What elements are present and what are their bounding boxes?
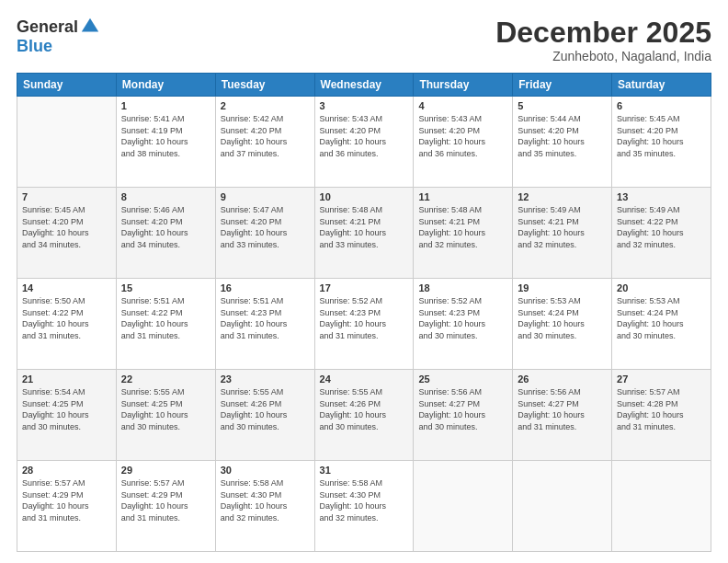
logo-icon [80, 17, 100, 37]
calendar-cell: 17Sunrise: 5:52 AM Sunset: 4:23 PM Dayli… [314, 279, 414, 370]
day-number: 11 [418, 191, 507, 202]
day-number: 26 [518, 373, 607, 385]
calendar-cell [414, 461, 513, 552]
day-info: Sunrise: 5:51 AM Sunset: 4:23 PM Dayligh… [221, 295, 310, 341]
calendar-cell: 15Sunrise: 5:51 AM Sunset: 4:22 PM Dayli… [116, 279, 215, 370]
day-info: Sunrise: 5:54 AM Sunset: 4:25 PM Dayligh… [22, 386, 111, 432]
day-info: Sunrise: 5:46 AM Sunset: 4:20 PM Dayligh… [121, 204, 210, 250]
col-saturday: Saturday [612, 74, 711, 97]
calendar-cell: 25Sunrise: 5:56 AM Sunset: 4:27 PM Dayli… [414, 370, 513, 461]
day-info: Sunrise: 5:53 AM Sunset: 4:24 PM Dayligh… [617, 295, 706, 341]
calendar-cell: 4Sunrise: 5:43 AM Sunset: 4:20 PM Daylig… [414, 97, 513, 188]
day-number: 30 [221, 465, 310, 476]
day-number: 5 [518, 100, 607, 111]
day-number: 9 [221, 191, 310, 202]
day-info: Sunrise: 5:57 AM Sunset: 4:29 PM Dayligh… [121, 477, 210, 523]
day-number: 15 [121, 282, 210, 293]
day-info: Sunrise: 5:43 AM Sunset: 4:20 PM Dayligh… [418, 113, 507, 159]
day-number: 20 [617, 282, 706, 293]
day-info: Sunrise: 5:58 AM Sunset: 4:30 PM Dayligh… [221, 477, 310, 523]
day-info: Sunrise: 5:45 AM Sunset: 4:20 PM Dayligh… [617, 113, 706, 159]
calendar-cell: 6Sunrise: 5:45 AM Sunset: 4:20 PM Daylig… [612, 97, 711, 188]
day-info: Sunrise: 5:55 AM Sunset: 4:26 PM Dayligh… [320, 386, 409, 432]
calendar-cell: 18Sunrise: 5:52 AM Sunset: 4:23 PM Dayli… [414, 279, 513, 370]
col-tuesday: Tuesday [215, 74, 314, 97]
calendar-cell: 26Sunrise: 5:56 AM Sunset: 4:27 PM Dayli… [513, 370, 612, 461]
day-info: Sunrise: 5:48 AM Sunset: 4:21 PM Dayligh… [320, 204, 409, 250]
day-info: Sunrise: 5:44 AM Sunset: 4:20 PM Dayligh… [518, 113, 607, 159]
day-info: Sunrise: 5:58 AM Sunset: 4:30 PM Dayligh… [320, 477, 409, 523]
calendar-cell: 12Sunrise: 5:49 AM Sunset: 4:21 PM Dayli… [513, 188, 612, 279]
calendar-cell: 29Sunrise: 5:57 AM Sunset: 4:29 PM Dayli… [116, 461, 215, 552]
calendar-cell: 9Sunrise: 5:47 AM Sunset: 4:20 PM Daylig… [215, 188, 314, 279]
day-number: 31 [320, 465, 409, 476]
day-number: 6 [617, 100, 706, 111]
day-number: 2 [221, 100, 310, 111]
page: General Blue December 2025 Zunheboto, Na… [0, 0, 728, 563]
day-info: Sunrise: 5:49 AM Sunset: 4:21 PM Dayligh… [518, 204, 607, 250]
calendar-cell [513, 461, 612, 552]
day-number: 21 [22, 373, 111, 385]
title-block: December 2025 Zunheboto, Nagaland, India [495, 17, 711, 63]
day-info: Sunrise: 5:56 AM Sunset: 4:27 PM Dayligh… [418, 386, 507, 432]
calendar-cell: 10Sunrise: 5:48 AM Sunset: 4:21 PM Dayli… [314, 188, 414, 279]
calendar-table: Sunday Monday Tuesday Wednesday Thursday… [17, 73, 711, 552]
day-number: 12 [518, 191, 607, 202]
calendar-cell: 7Sunrise: 5:45 AM Sunset: 4:20 PM Daylig… [17, 188, 117, 279]
day-number: 13 [617, 191, 706, 202]
day-info: Sunrise: 5:57 AM Sunset: 4:29 PM Dayligh… [22, 477, 111, 523]
calendar-cell: 21Sunrise: 5:54 AM Sunset: 4:25 PM Dayli… [17, 370, 117, 461]
logo: General Blue [17, 17, 100, 56]
col-sunday: Sunday [17, 74, 117, 97]
calendar-cell: 20Sunrise: 5:53 AM Sunset: 4:24 PM Dayli… [612, 279, 711, 370]
col-wednesday: Wednesday [314, 74, 414, 97]
calendar-cell: 16Sunrise: 5:51 AM Sunset: 4:23 PM Dayli… [215, 279, 314, 370]
day-number: 4 [418, 100, 507, 111]
calendar-cell: 11Sunrise: 5:48 AM Sunset: 4:21 PM Dayli… [414, 188, 513, 279]
calendar-header-row: Sunday Monday Tuesday Wednesday Thursday… [17, 74, 711, 97]
calendar-cell: 13Sunrise: 5:49 AM Sunset: 4:22 PM Dayli… [612, 188, 711, 279]
svg-marker-0 [82, 18, 98, 32]
day-number: 7 [22, 191, 111, 202]
calendar-cell: 2Sunrise: 5:42 AM Sunset: 4:20 PM Daylig… [215, 97, 314, 188]
day-info: Sunrise: 5:42 AM Sunset: 4:20 PM Dayligh… [221, 113, 310, 159]
col-monday: Monday [116, 74, 215, 97]
day-number: 8 [121, 191, 210, 202]
day-number: 1 [121, 100, 210, 111]
day-info: Sunrise: 5:43 AM Sunset: 4:20 PM Dayligh… [320, 113, 409, 159]
day-number: 18 [418, 282, 507, 293]
calendar-cell: 22Sunrise: 5:55 AM Sunset: 4:25 PM Dayli… [116, 370, 215, 461]
day-info: Sunrise: 5:47 AM Sunset: 4:20 PM Dayligh… [221, 204, 310, 250]
day-info: Sunrise: 5:55 AM Sunset: 4:26 PM Dayligh… [221, 386, 310, 432]
header: General Blue December 2025 Zunheboto, Na… [17, 17, 711, 63]
calendar-cell: 24Sunrise: 5:55 AM Sunset: 4:26 PM Dayli… [314, 370, 414, 461]
calendar-cell: 23Sunrise: 5:55 AM Sunset: 4:26 PM Dayli… [215, 370, 314, 461]
calendar-cell [17, 97, 117, 188]
calendar-cell: 1Sunrise: 5:41 AM Sunset: 4:19 PM Daylig… [116, 97, 215, 188]
calendar-cell: 28Sunrise: 5:57 AM Sunset: 4:29 PM Dayli… [17, 461, 117, 552]
day-info: Sunrise: 5:49 AM Sunset: 4:22 PM Dayligh… [617, 204, 706, 250]
day-info: Sunrise: 5:48 AM Sunset: 4:21 PM Dayligh… [418, 204, 507, 250]
week-row-4: 21Sunrise: 5:54 AM Sunset: 4:25 PM Dayli… [17, 370, 711, 461]
calendar-cell: 5Sunrise: 5:44 AM Sunset: 4:20 PM Daylig… [513, 97, 612, 188]
week-row-2: 7Sunrise: 5:45 AM Sunset: 4:20 PM Daylig… [17, 188, 711, 279]
day-number: 14 [22, 282, 111, 293]
calendar-cell [612, 461, 711, 552]
day-number: 10 [320, 191, 409, 202]
day-info: Sunrise: 5:45 AM Sunset: 4:20 PM Dayligh… [22, 204, 111, 250]
day-info: Sunrise: 5:56 AM Sunset: 4:27 PM Dayligh… [518, 386, 607, 432]
logo-blue-text: Blue [17, 37, 52, 56]
month-title: December 2025 [495, 17, 711, 49]
day-number: 3 [320, 100, 409, 111]
day-info: Sunrise: 5:50 AM Sunset: 4:22 PM Dayligh… [22, 295, 111, 341]
day-number: 23 [221, 373, 310, 385]
day-number: 22 [121, 373, 210, 385]
day-info: Sunrise: 5:52 AM Sunset: 4:23 PM Dayligh… [320, 295, 409, 341]
col-thursday: Thursday [414, 74, 513, 97]
day-info: Sunrise: 5:41 AM Sunset: 4:19 PM Dayligh… [121, 113, 210, 159]
day-info: Sunrise: 5:53 AM Sunset: 4:24 PM Dayligh… [518, 295, 607, 341]
day-info: Sunrise: 5:51 AM Sunset: 4:22 PM Dayligh… [121, 295, 210, 341]
calendar-cell: 14Sunrise: 5:50 AM Sunset: 4:22 PM Dayli… [17, 279, 117, 370]
logo-general-text: General [17, 17, 78, 37]
calendar-cell: 31Sunrise: 5:58 AM Sunset: 4:30 PM Dayli… [314, 461, 414, 552]
